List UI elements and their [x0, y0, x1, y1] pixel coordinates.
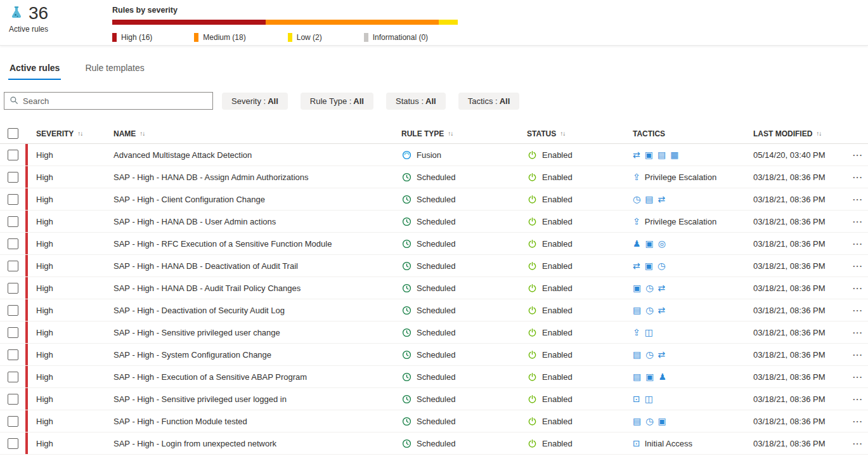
column-header-status[interactable]: STATUS ↑↓	[527, 129, 633, 138]
row-menu-button[interactable]: ···	[853, 239, 863, 249]
binoculars-icon: ◎	[658, 239, 666, 248]
table-row[interactable]: High SAP - High - HANA DB - Audit Trail …	[0, 277, 868, 299]
table-row[interactable]: High SAP - High - Sensitive privileged u…	[0, 388, 868, 410]
row-menu-button[interactable]: ···	[853, 372, 863, 382]
row-menu-button[interactable]: ···	[853, 150, 863, 160]
table-row[interactable]: High Advanced Multistage Attack Detectio…	[0, 144, 868, 166]
table-row[interactable]: High SAP - High - Execution of a Sensiti…	[0, 366, 868, 388]
last-modified: 03/18/21, 08:36 PM	[753, 417, 825, 426]
column-header-rule-type[interactable]: RULE TYPE ↑↓	[401, 129, 527, 138]
rule-name[interactable]: SAP - High - Function Module tested	[113, 417, 247, 426]
table-row[interactable]: High SAP - High - Client Configuration C…	[0, 188, 868, 211]
column-header-last-modified[interactable]: LAST MODIFIED ↑↓	[753, 129, 853, 138]
row-checkbox[interactable]	[8, 238, 18, 249]
rule-name[interactable]: SAP - High - Deactivation of Security Au…	[113, 306, 285, 315]
search-box[interactable]	[4, 92, 213, 110]
folder-icon: ▤	[633, 350, 641, 359]
table-row[interactable]: High SAP - High - Deactivation of Securi…	[0, 299, 868, 322]
last-modified: 03/18/21, 08:36 PM	[753, 350, 825, 360]
filter-pill-severity[interactable]: Severity : All	[222, 93, 288, 110]
row-checkbox[interactable]	[8, 261, 18, 271]
table-row[interactable]: High SAP - High - Function Module tested…	[0, 410, 868, 432]
clock-icon: ◷	[633, 195, 640, 204]
row-checkbox[interactable]	[8, 283, 18, 294]
rule-type-label: Scheduled	[417, 328, 455, 337]
tab-bar: Active rules Rule templates	[0, 63, 868, 80]
row-checkbox[interactable]	[8, 150, 18, 160]
table-row[interactable]: High SAP - High - Login from unexpected …	[0, 432, 868, 455]
severity-bar-segment-high	[112, 20, 266, 25]
filter-pill-tactics[interactable]: Tactics : All	[458, 93, 520, 110]
row-checkbox[interactable]	[8, 305, 18, 316]
rule-name[interactable]: Advanced Multistage Attack Detection	[113, 150, 252, 160]
filter-pill-status[interactable]: Status : All	[386, 93, 446, 110]
row-menu-button[interactable]: ···	[853, 172, 863, 182]
rule-name[interactable]: SAP - High - System Configuration Change	[113, 350, 271, 360]
tab-rule-templates[interactable]: Rule templates	[84, 63, 145, 80]
row-menu-button[interactable]: ···	[853, 217, 863, 226]
rocket-icon: ⇪	[633, 328, 640, 337]
row-menu-button[interactable]: ···	[853, 328, 863, 337]
row-checkbox[interactable]	[8, 172, 18, 183]
rule-name[interactable]: SAP - High - Execution of a Sensitive AB…	[113, 372, 307, 382]
rule-name[interactable]: SAP - High - HANA DB - Deactivation of A…	[113, 261, 298, 271]
row-checkbox[interactable]	[8, 394, 18, 405]
sort-icon[interactable]: ↑↓	[560, 130, 565, 137]
table-row[interactable]: High SAP - High - HANA DB - Assign Admin…	[0, 166, 868, 188]
severity-label: High	[36, 439, 53, 448]
row-checkbox[interactable]	[8, 349, 18, 360]
row-menu-button[interactable]: ···	[853, 283, 863, 293]
row-checkbox[interactable]	[8, 372, 18, 382]
screen-icon: ▣	[633, 283, 641, 292]
table-row[interactable]: High SAP - High - System Configuration C…	[0, 344, 868, 366]
tab-active-rules[interactable]: Active rules	[8, 63, 61, 80]
rule-name[interactable]: SAP - High - Login from unexpected netwo…	[113, 439, 276, 448]
row-menu-button[interactable]: ···	[853, 439, 863, 448]
rule-name[interactable]: SAP - High - HANA DB - Audit Trail Polic…	[113, 283, 301, 293]
status-label: Enabled	[542, 372, 573, 382]
last-modified: 03/18/21, 08:36 PM	[753, 261, 825, 271]
scheduled-clock-icon	[401, 394, 411, 404]
row-menu-button[interactable]: ···	[853, 394, 863, 404]
sort-icon[interactable]: ↑↓	[448, 130, 453, 137]
rule-name[interactable]: SAP - High - Sensitive privileged user l…	[113, 394, 287, 404]
rule-name[interactable]: SAP - High - RFC Execution of a Sensitiv…	[113, 239, 332, 249]
table-row[interactable]: High SAP - High - HANA DB - Deactivation…	[0, 255, 868, 277]
column-header-tactics[interactable]: TACTICS	[633, 129, 753, 138]
rule-name[interactable]: SAP - High - HANA DB - Assign Admin Auth…	[113, 172, 309, 182]
filter-pill-rule-type[interactable]: Rule Type : All	[301, 93, 373, 110]
sort-icon[interactable]: ↑↓	[77, 130, 82, 137]
table-row[interactable]: High SAP - High - RFC Execution of a Sen…	[0, 233, 868, 255]
rule-name[interactable]: SAP - High - HANA DB - User Admin action…	[113, 217, 276, 226]
row-menu-button[interactable]: ···	[853, 350, 863, 360]
column-header-name[interactable]: NAME ↑↓	[113, 129, 401, 138]
row-menu-button[interactable]: ···	[853, 195, 863, 204]
sort-icon[interactable]: ↑↓	[816, 130, 821, 137]
sort-icon[interactable]: ↑↓	[139, 130, 145, 137]
legend-marker	[194, 33, 198, 42]
severity-label: High	[36, 328, 53, 337]
row-checkbox[interactable]	[8, 327, 18, 338]
rule-name[interactable]: SAP - High - Sensitive privileged user c…	[113, 328, 280, 337]
rule-name[interactable]: SAP - High - Client Configuration Change	[113, 195, 265, 204]
search-input[interactable]	[23, 96, 207, 106]
column-header-severity[interactable]: SEVERITY ↑↓	[25, 124, 113, 143]
table-row[interactable]: High SAP - High - HANA DB - User Admin a…	[0, 211, 868, 233]
table-row[interactable]: High SAP - High - Sensitive privileged u…	[0, 322, 868, 344]
filter-pills: Severity : AllRule Type : AllStatus : Al…	[222, 93, 519, 110]
scheduled-clock-icon	[401, 261, 411, 271]
select-all-checkbox[interactable]	[8, 128, 18, 139]
row-checkbox[interactable]	[8, 438, 18, 449]
legend-marker	[364, 33, 368, 42]
tactic-label: Privilege Escalation	[645, 217, 716, 226]
row-menu-button[interactable]: ···	[853, 306, 863, 315]
status-label: Enabled	[542, 417, 573, 426]
row-menu-button[interactable]: ···	[853, 417, 863, 426]
status-label: Enabled	[542, 328, 573, 337]
table-header-row: SEVERITY ↑↓ NAME ↑↓ RULE TYPE ↑↓ STATUS …	[0, 124, 868, 144]
row-checkbox[interactable]	[8, 194, 18, 205]
folder-icon: ▤	[633, 306, 641, 315]
row-menu-button[interactable]: ···	[853, 261, 863, 271]
row-checkbox[interactable]	[8, 416, 18, 427]
row-checkbox[interactable]	[8, 216, 18, 227]
